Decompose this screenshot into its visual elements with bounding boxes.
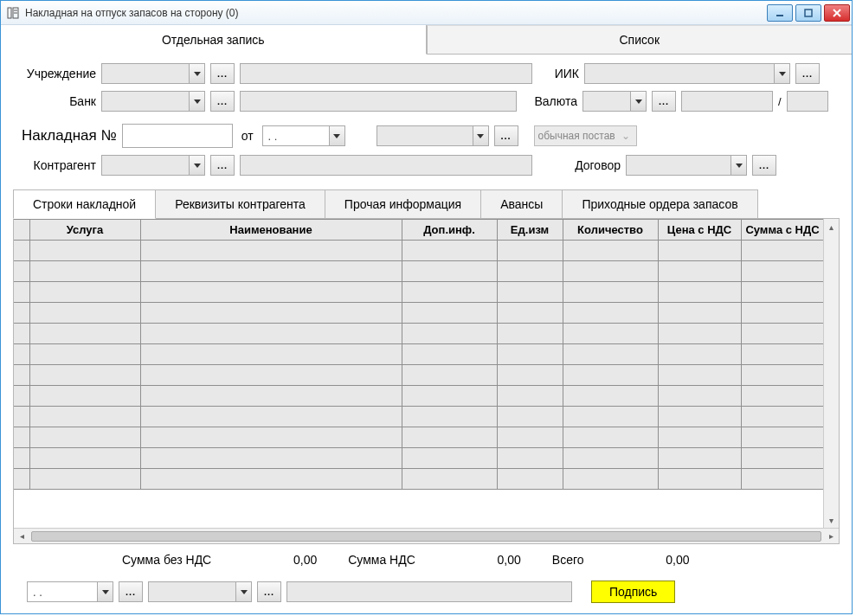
svg-marker-16 [102,590,109,594]
bottom-bar: . . ... ... Подпись [1,575,852,613]
total-vat-label: Сумма НДС [348,553,415,567]
subtab-other[interactable]: Прочая информация [325,189,481,218]
contract-label: Договор [537,158,621,172]
svg-marker-15 [736,164,743,168]
vertical-scrollbar[interactable]: ▴ ▾ [823,219,839,528]
institution-select[interactable] [101,63,205,84]
bottom-select-2[interactable] [148,581,252,602]
currency-label: Валюта [522,94,577,108]
extra-lookup-1[interactable]: ... [494,125,518,146]
svg-marker-8 [194,72,201,76]
bank-select[interactable] [101,91,205,112]
svg-marker-11 [635,99,642,104]
grid-row-header [14,220,29,241]
currency-rate1 [681,91,773,112]
institution-name [240,63,532,84]
grid-area: Услуга Наименование Доп.инф. Ед.изм Коли… [13,219,840,544]
data-grid[interactable]: Услуга Наименование Доп.инф. Ед.изм Коли… [14,219,823,490]
from-label: от [241,129,254,143]
table-row[interactable] [14,365,823,386]
svg-rect-0 [8,8,11,18]
col-name[interactable]: Наименование [140,220,402,241]
contractor-lookup-button[interactable]: ... [210,155,235,176]
table-row[interactable] [14,448,823,469]
bottom-text [286,581,572,602]
close-button[interactable] [824,4,850,22]
table-row[interactable] [14,407,823,427]
currency-lookup-button[interactable]: ... [652,91,676,112]
col-extra[interactable]: Доп.инф. [402,220,497,241]
minimize-button[interactable] [767,4,793,22]
window: Накладная на отпуск запасов на сторону (… [0,0,853,614]
slash: / [778,95,782,108]
col-sum[interactable]: Сумма с НДС [741,220,823,241]
total-vat-value: 0,00 [426,553,521,567]
contractor-label: Контрагент [13,158,96,172]
svg-marker-10 [194,99,201,104]
svg-marker-14 [194,164,201,168]
iik-label: ИИК [537,67,579,80]
invoice-number-input[interactable] [122,124,233,148]
svg-marker-9 [779,72,786,76]
iik-select[interactable] [584,63,790,84]
totals-row: Сумма без НДС 0,00 Сумма НДС 0,00 Всего … [1,544,852,575]
contract-lookup-button[interactable]: ... [752,155,776,176]
svg-marker-17 [241,590,248,594]
table-row[interactable] [14,344,823,365]
invoice-number-label: Накладная № [22,127,117,144]
total-label: Всего [552,553,584,567]
invoice-date-select[interactable]: . . [262,125,345,146]
subtab-requisites[interactable]: Реквизиты контрагента [155,189,325,218]
contract-select[interactable] [626,155,747,176]
subtab-lines[interactable]: Строки накладной [13,189,156,219]
table-row[interactable] [14,241,823,261]
contractor-select[interactable] [101,155,205,176]
table-row[interactable] [14,386,823,407]
table-row[interactable] [14,427,823,448]
table-row[interactable] [14,303,823,324]
iik-lookup-button[interactable]: ... [795,63,820,84]
institution-label: Учреждение [13,67,96,80]
currency-rate2 [787,91,828,112]
app-icon [6,6,20,20]
subtab-advances[interactable]: Авансы [480,189,563,218]
bank-name [240,91,517,112]
total-novat-label: Сумма без НДС [122,553,211,567]
titlebar: Накладная на отпуск запасов на сторону (… [1,1,852,25]
table-row[interactable] [14,469,823,490]
currency-select[interactable] [582,91,647,112]
svg-marker-12 [333,134,340,138]
col-price[interactable]: Цена с НДС [658,220,741,241]
svg-marker-13 [477,134,484,138]
horizontal-scrollbar[interactable]: ◂ ▸ [14,528,839,543]
bottom-date-lookup[interactable]: ... [119,581,143,602]
sign-button[interactable]: Подпись [591,581,675,603]
contractor-name [240,155,532,176]
bottom-date-select[interactable]: . . [27,581,113,602]
tab-list[interactable]: Список [427,25,853,55]
institution-lookup-button[interactable]: ... [210,63,235,84]
window-title: Накладная на отпуск запасов на сторону (… [25,7,767,19]
tab-single-record[interactable]: Отдельная запись [1,25,427,55]
subtab-receipts[interactable]: Приходные ордера запасов [562,189,757,218]
bank-label: Банк [13,94,96,108]
maximize-button[interactable] [795,4,821,22]
table-row[interactable] [14,324,823,344]
delivery-type-select[interactable]: обычная постав⌄ [534,125,637,146]
col-service[interactable]: Услуга [29,220,140,241]
total-value: 0,00 [595,553,690,567]
col-unit[interactable]: Ед.изм [497,220,563,241]
col-qty[interactable]: Количество [563,220,658,241]
table-row[interactable] [14,261,823,282]
table-row[interactable] [14,282,823,303]
svg-rect-5 [805,10,812,16]
total-novat-value: 0,00 [222,553,317,567]
extra-select-1[interactable] [377,125,489,146]
bottom-lookup-2[interactable]: ... [257,581,281,602]
bank-lookup-button[interactable]: ... [210,91,235,112]
